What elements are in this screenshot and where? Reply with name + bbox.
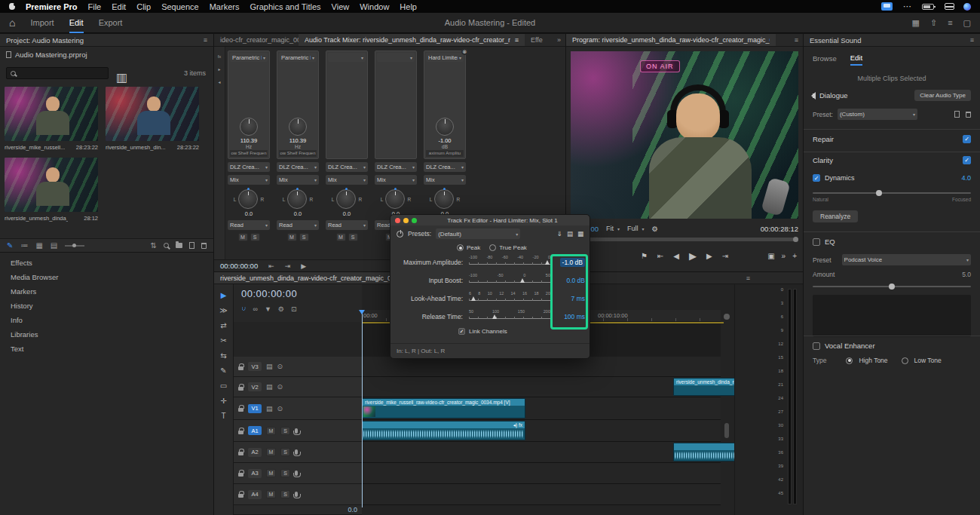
menu-markers[interactable]: Markers xyxy=(210,2,240,11)
menu-window[interactable]: Window xyxy=(360,2,389,11)
save-preset-icon[interactable] xyxy=(954,111,960,118)
pen-tool[interactable]: ✎ xyxy=(220,366,226,375)
solo-button[interactable]: S xyxy=(299,233,309,241)
track-lane[interactable] xyxy=(362,484,721,505)
dynamics-checkbox[interactable]: ✓ xyxy=(813,174,820,182)
vocal-enhancer-checkbox[interactable] xyxy=(813,342,820,350)
release-time-slider[interactable]: 50 100 150 200 xyxy=(467,308,552,326)
app-menu-name[interactable]: Premiere Pro xyxy=(26,2,77,11)
clip-thumbnail[interactable] xyxy=(5,158,98,212)
fx-slot-dropdown[interactable]: Parametric Ec▾ xyxy=(230,53,268,62)
voiceover-record-icon[interactable] xyxy=(295,471,298,476)
eq-preset-dropdown[interactable]: Podcast Voice▾ xyxy=(842,254,971,265)
rectangle-tool[interactable]: ▭ xyxy=(220,382,227,390)
eq-section-label[interactable]: EQ xyxy=(825,238,835,246)
timeline-timecode[interactable]: 00:00:00:00 xyxy=(241,288,297,299)
clip-name[interactable]: riverside_mike_russell... xyxy=(5,144,65,151)
slider-handle[interactable] xyxy=(520,278,525,283)
overflow-panels-icon[interactable]: » xyxy=(553,34,565,46)
dynamics-value[interactable]: 4.0 xyxy=(961,174,971,182)
zoom-select[interactable]: Fit▾ xyxy=(606,225,620,232)
track-fx-editor-dialog[interactable]: Track Fx Editor - Hard Limiter: Mix, Slo… xyxy=(390,214,590,359)
menu-sequence[interactable]: Sequence xyxy=(161,2,199,11)
project-panel-title[interactable]: Project: Audio Mastering xyxy=(6,36,84,44)
source-patch-icon[interactable]: ▤ xyxy=(266,405,273,412)
track-header-v3[interactable]: V3 ▤ ⊙ xyxy=(234,357,362,377)
mute-button[interactable]: M xyxy=(266,490,276,498)
output-dropdown[interactable]: Mix▾ xyxy=(277,175,319,185)
app-menu-icon[interactable]: ≡ xyxy=(948,18,952,28)
menu-view[interactable]: View xyxy=(332,2,350,11)
snap-icon[interactable]: ∩ xyxy=(241,305,246,313)
scrollbar-handle[interactable] xyxy=(724,314,730,320)
submix-dropdown[interactable]: DLZ Crea...▾ xyxy=(424,162,466,172)
vertical-scrollbar[interactable] xyxy=(724,423,729,438)
panel-menu-icon[interactable]: ≡ xyxy=(970,36,974,44)
solo-button[interactable]: S xyxy=(250,233,260,241)
track-output-eye-icon[interactable]: ⊙ xyxy=(277,405,283,412)
add-marker-icon[interactable]: ⚑ xyxy=(641,252,648,260)
fx-param-knob[interactable] xyxy=(436,118,454,136)
project-file-name[interactable]: Audio Mastering.prproj xyxy=(15,51,87,59)
mixer-timecode[interactable]: 00:00:00:00 xyxy=(220,262,258,270)
low-tone-label[interactable]: Low Tone xyxy=(914,357,942,364)
media-browser-toggle-icon[interactable]: ▥ xyxy=(116,70,127,84)
menu-clip[interactable]: Clip xyxy=(136,2,151,11)
selection-tool[interactable]: ▶ xyxy=(221,291,227,299)
go-to-in-icon[interactable]: ⇤ xyxy=(657,252,663,260)
preset-dropdown[interactable]: (Custom)▾ xyxy=(838,109,917,120)
freeform-view-icon[interactable]: ▤ xyxy=(51,241,57,250)
param-value[interactable]: 7 ms xyxy=(571,295,585,302)
pan-knob[interactable] xyxy=(434,189,454,209)
amount-value[interactable]: 5.0 xyxy=(962,271,971,278)
new-bin-icon[interactable] xyxy=(176,243,182,248)
audio-clip-a1[interactable]: ◂) fx xyxy=(362,421,525,440)
fullscreen-icon[interactable]: ▢ xyxy=(963,18,971,28)
mute-button[interactable]: M xyxy=(266,427,276,435)
track-output-eye-icon[interactable]: ⊙ xyxy=(277,363,283,370)
output-dropdown[interactable]: Mix▾ xyxy=(228,175,270,185)
submix-dropdown[interactable]: DLZ Crea...▾ xyxy=(375,162,417,172)
true-peak-radio[interactable] xyxy=(489,244,496,251)
captions-icon[interactable]: ⊡ xyxy=(291,305,297,313)
lock-icon[interactable] xyxy=(238,387,243,391)
show-effects-icon[interactable]: fx xyxy=(218,54,222,59)
fx-param-knob[interactable] xyxy=(240,118,258,136)
step-back-icon[interactable]: ◀ xyxy=(673,252,679,260)
program-video[interactable]: ON AIR xyxy=(571,51,798,219)
mute-button[interactable]: M xyxy=(336,233,346,241)
clip-name[interactable]: riverside_unmesh_din... xyxy=(106,144,166,151)
playhead[interactable] xyxy=(362,310,363,507)
pan-knob[interactable] xyxy=(287,189,307,209)
home-icon[interactable]: ⌂ xyxy=(9,17,15,29)
high-tone-radio[interactable] xyxy=(846,357,853,364)
track-badge[interactable]: A3 xyxy=(248,469,262,478)
submix-dropdown[interactable]: DLZ Crea...▾ xyxy=(228,162,270,172)
lock-icon[interactable] xyxy=(238,473,243,477)
menu-graphics-and-titles[interactable]: Graphics and Titles xyxy=(250,2,320,11)
source-patch-icon[interactable]: ▤ xyxy=(266,383,273,391)
clip-name[interactable]: riverside_unmesh_dinda_... xyxy=(5,215,68,222)
track-badge[interactable]: V3 xyxy=(248,362,262,371)
input-boost-slider[interactable]: -100 -50 0 50 xyxy=(467,271,552,290)
slider-handle[interactable] xyxy=(876,190,882,196)
dialog-titlebar[interactable]: Track Fx Editor - Hard Limiter: Mix, Slo… xyxy=(390,215,590,225)
param-value[interactable]: -1.0 dB xyxy=(560,258,585,267)
track-badge[interactable]: A4 xyxy=(248,490,262,499)
step-forward-icon[interactable]: ▶ xyxy=(706,252,712,260)
lock-icon[interactable] xyxy=(238,366,243,370)
panel-tab-history[interactable]: History xyxy=(0,299,213,313)
panel-tab-effects[interactable]: Effects xyxy=(0,256,213,270)
solo-button[interactable]: S xyxy=(280,490,290,498)
export-frame-icon[interactable]: ▣ xyxy=(767,252,774,260)
panel-menu-icon[interactable]: ≡ xyxy=(742,272,755,284)
program-scrubber[interactable] xyxy=(571,238,798,241)
fx-slot-dropdown[interactable]: ▾ xyxy=(377,53,415,62)
play-button[interactable]: ▶ xyxy=(689,250,697,262)
param-value[interactable]: 0.0 dB xyxy=(566,277,585,284)
panel-menu-icon[interactable]: ≡ xyxy=(790,34,803,46)
clarity-section-label[interactable]: Clarity xyxy=(813,156,833,164)
fx-slot-dropdown[interactable]: Parametric Ec▾ xyxy=(279,53,317,62)
voiceover-record-icon[interactable] xyxy=(295,492,298,497)
vocal-enhancer-label[interactable]: Vocal Enhancer xyxy=(825,342,875,350)
